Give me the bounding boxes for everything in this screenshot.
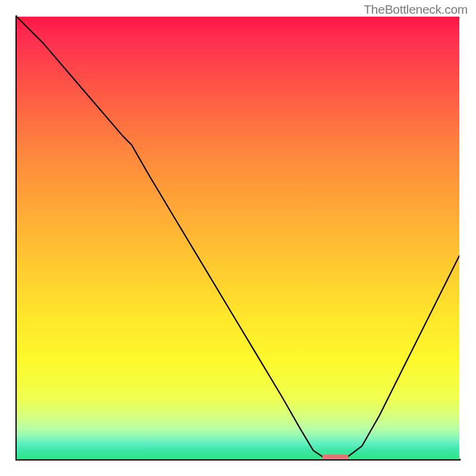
bottleneck-chart: TheBottleneck.com bbox=[0, 0, 476, 476]
curve-layer bbox=[17, 17, 459, 459]
bottleneck-curve bbox=[17, 17, 459, 459]
plot-area bbox=[17, 17, 459, 459]
attribution-label: TheBottleneck.com bbox=[364, 2, 468, 17]
optimum-marker bbox=[322, 455, 349, 459]
